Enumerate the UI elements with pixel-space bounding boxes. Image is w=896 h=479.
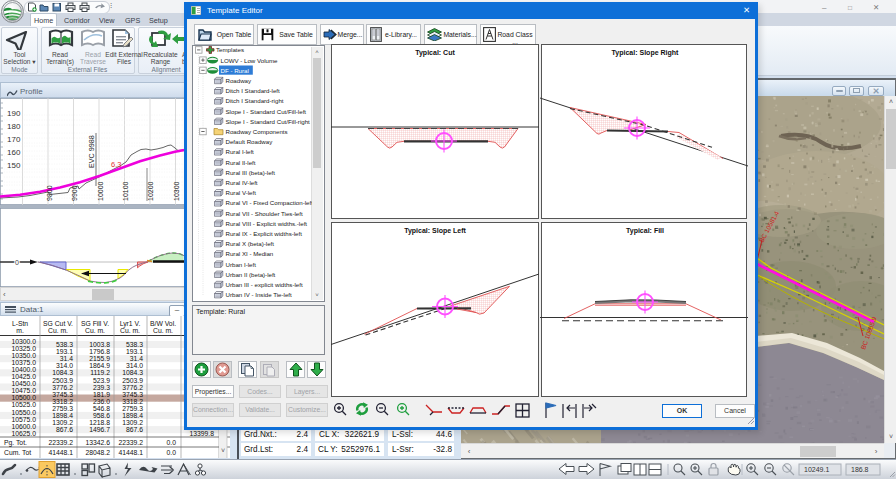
svg-text:1898.4: 1898.4: [52, 412, 73, 419]
svg-text:3776.2: 3776.2: [52, 384, 73, 391]
svg-text:1119.2: 1119.2: [90, 369, 110, 376]
svg-text:Cu. m.: Cu. m.: [48, 327, 68, 334]
svg-text:Urban II (beta)-left: Urban II (beta)-left: [226, 271, 276, 278]
svg-text:Roadway: Roadway: [226, 77, 253, 84]
svg-text:Cum. Tot: Cum. Tot: [4, 449, 31, 456]
svg-text:Urban IV - Inside Tie-left: Urban IV - Inside Tie-left: [226, 291, 293, 298]
svg-text:1084.3: 1084.3: [52, 369, 73, 376]
svg-text:9800: 9800: [46, 185, 53, 201]
svg-text:Roadway Components: Roadway Components: [226, 128, 288, 135]
svg-text:Urban I-left: Urban I-left: [226, 261, 257, 268]
svg-text:1796.8: 1796.8: [89, 348, 110, 355]
svg-text:Ditch I Standard-left: Ditch I Standard-left: [226, 87, 281, 94]
svg-text:1309.2: 1309.2: [52, 419, 73, 426]
svg-text:m.: m.: [16, 327, 24, 334]
svg-text:22339.2: 22339.2: [48, 439, 73, 446]
svg-text:LOWV - Low Volume: LOWV - Low Volume: [221, 57, 279, 64]
svg-text:10200: 10200: [147, 181, 154, 201]
svg-text:Rural V-left: Rural V-left: [226, 189, 257, 196]
svg-text:Slope I - Standard Cut/Fill-le: Slope I - Standard Cut/Fill-left: [226, 108, 307, 115]
svg-text:186.8: 186.8: [851, 466, 869, 473]
svg-text:Rural VII - Shoulder Ties-left: Rural VII - Shoulder Ties-left: [226, 210, 303, 217]
svg-text:Rural I-left: Rural I-left: [226, 148, 255, 155]
svg-text:9900: 9900: [71, 185, 78, 201]
svg-text:10300: 10300: [173, 181, 180, 201]
svg-text:2503.9: 2503.9: [122, 377, 143, 384]
svg-text:10400.0: 10400.0: [11, 366, 36, 373]
svg-text:Slope I - Standard Cut/Fill-ri: Slope I - Standard Cut/Fill-right: [226, 118, 311, 125]
svg-text:10550.0: 10550.0: [11, 409, 36, 416]
svg-text:Cu. m.: Cu. m.: [120, 327, 140, 334]
svg-text:L-Stn: L-Stn: [12, 320, 28, 327]
svg-text:538.3: 538.3: [56, 341, 73, 348]
svg-text:10350.0: 10350.0: [11, 352, 36, 359]
svg-text:Rural IX - Explicit widths-l: Rural IX - Explicit widths-left: [226, 230, 303, 237]
svg-text:31.4: 31.4: [60, 355, 73, 362]
svg-text:958.6: 958.6: [93, 412, 110, 419]
svg-text:3776.2: 3776.2: [122, 384, 143, 391]
svg-text:13342.6: 13342.6: [85, 439, 110, 446]
svg-text:10249.1: 10249.1: [804, 466, 829, 473]
svg-text:Rural XI - Median: Rural XI - Median: [226, 250, 274, 257]
svg-text:10375.0: 10375.0: [11, 359, 36, 366]
svg-text:22339.2: 22339.2: [118, 439, 143, 446]
svg-text:Rural VI - Fixed Compaction-le: Rural VI - Fixed Compaction-left: [226, 199, 313, 206]
svg-text:181.9: 181.9: [93, 391, 110, 398]
svg-text:10525.0: 10525.0: [11, 401, 36, 408]
svg-text:1218.8: 1218.8: [89, 419, 110, 426]
svg-text:Typical: Cut: Typical: Cut: [415, 49, 455, 57]
svg-text:1496.7: 1496.7: [89, 426, 110, 433]
svg-text:10450.0: 10450.0: [11, 380, 36, 387]
svg-text:193.1: 193.1: [56, 348, 73, 355]
svg-text:239.3: 239.3: [93, 384, 110, 391]
svg-text:Templates: Templates: [216, 46, 244, 53]
svg-text:867.6: 867.6: [56, 426, 73, 433]
svg-text:28048.2: 28048.2: [85, 449, 110, 456]
svg-text:10325.0: 10325.0: [11, 345, 36, 352]
svg-text:Typical: Fill: Typical: Fill: [626, 227, 664, 235]
svg-text:2759.3: 2759.3: [52, 405, 73, 412]
svg-text:13399.8: 13399.8: [189, 430, 214, 437]
svg-text:10625.0: 10625.0: [11, 430, 36, 437]
svg-text:Rural III (beta)-left: Rural III (beta)-left: [226, 169, 276, 176]
svg-text:538.3: 538.3: [126, 341, 143, 348]
svg-text:˅: ˅: [221, 447, 225, 454]
svg-text:160: 160: [7, 148, 21, 157]
svg-text:2759.3: 2759.3: [122, 405, 143, 412]
svg-text:314.0: 314.0: [56, 362, 73, 369]
svg-text:1309.2: 1309.2: [122, 419, 143, 426]
svg-text:2155.9: 2155.9: [89, 355, 110, 362]
svg-text:10600.0: 10600.0: [11, 423, 36, 430]
svg-text:0: 0: [15, 259, 19, 266]
svg-text:10300.0: 10300.0: [11, 338, 36, 345]
svg-text:Typical: Slope Left: Typical: Slope Left: [404, 227, 466, 235]
svg-text:1864.9: 1864.9: [89, 362, 110, 369]
svg-text:B/W Vol.: B/W Vol.: [150, 320, 176, 327]
svg-text:3745.3: 3745.3: [122, 391, 143, 398]
svg-text:Rural X (beta)-left: Rural X (beta)-left: [226, 240, 275, 247]
svg-text:0.0: 0.0: [167, 439, 177, 446]
svg-text:3745.3: 3745.3: [52, 391, 73, 398]
svg-text:193.1: 193.1: [126, 348, 143, 355]
svg-text:EVC 9988: EVC 9988: [87, 135, 96, 168]
svg-text:10500.0: 10500.0: [11, 394, 36, 401]
svg-text:Rural IV-left: Rural IV-left: [226, 179, 258, 186]
svg-text:31.4: 31.4: [130, 355, 143, 362]
svg-text:Ditch I Standard-right: Ditch I Standard-right: [226, 97, 284, 104]
svg-text:3318.2: 3318.2: [122, 398, 143, 405]
svg-text:DF - Rural: DF - Rural: [221, 67, 249, 74]
svg-text:314.0: 314.0: [126, 362, 143, 369]
svg-text:Default Roadway: Default Roadway: [226, 138, 274, 145]
svg-text:Rural II-left: Rural II-left: [226, 159, 256, 166]
svg-text:3318.2: 3318.2: [52, 398, 73, 405]
svg-text:10000: 10000: [97, 181, 104, 201]
svg-text:41448.1: 41448.1: [118, 449, 143, 456]
svg-text:523.9: 523.9: [93, 377, 110, 384]
svg-text:10100: 10100: [122, 181, 129, 201]
svg-text:Cu. m.: Cu. m.: [85, 327, 105, 334]
svg-text:10575.0: 10575.0: [11, 416, 36, 423]
svg-text:Rural VIII - Explicit widths.-: Rural VIII - Explicit widths.-left: [226, 220, 308, 227]
svg-text:1084.3: 1084.3: [122, 369, 143, 376]
svg-text:SG Cut V.: SG Cut V.: [43, 320, 73, 327]
svg-text:170: 170: [7, 135, 21, 144]
